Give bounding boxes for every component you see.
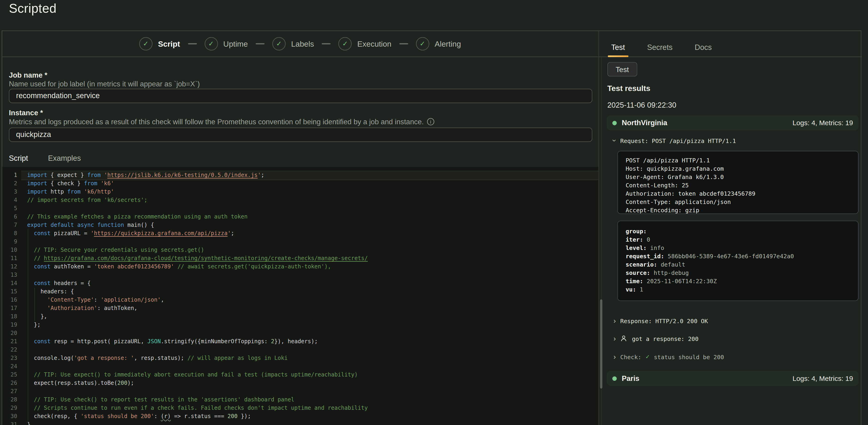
- step-done-icon: ✓: [272, 37, 286, 51]
- code-line[interactable]: 19 };: [2, 320, 598, 329]
- line-number: 14: [2, 279, 27, 287]
- code-line[interactable]: 9: [2, 237, 598, 246]
- info-icon[interactable]: i: [427, 118, 434, 125]
- step-label: Labels: [291, 39, 314, 48]
- code-line[interactable]: 23 console.log('got a response: ', resp.…: [2, 354, 598, 362]
- code-editor[interactable]: 1import { expect } from 'https://jslib.k…: [2, 167, 598, 425]
- code-line[interactable]: 16 'Content-Type': 'application/json',: [2, 295, 598, 304]
- code-line[interactable]: 12 const authToken = 'token abcdef012345…: [2, 262, 598, 270]
- log-field-line: scenario: default: [626, 261, 850, 269]
- tab-script[interactable]: Script: [5, 154, 31, 167]
- line-number: 25: [2, 370, 27, 379]
- code-line-text: // This example fetches a pizza recommen…: [27, 212, 598, 221]
- code-line-text: const authToken = 'token abcdef012345678…: [27, 262, 598, 270]
- code-line[interactable]: 30 check(resp, { 'status should be 200':…: [2, 412, 598, 420]
- line-number: 16: [2, 295, 27, 304]
- line-number: 4: [2, 196, 27, 204]
- code-line[interactable]: 8 const pizzaURL = 'https://quickpizza.g…: [2, 229, 598, 237]
- code-line[interactable]: 27: [2, 387, 598, 395]
- tab-examples[interactable]: Examples: [44, 154, 84, 167]
- tab-secrets[interactable]: Secrets: [644, 43, 676, 57]
- response-title: Response: HTTP/2.0 200 OK: [620, 317, 708, 324]
- line-number: 12: [2, 262, 27, 270]
- code-line[interactable]: 24: [2, 362, 598, 370]
- code-line[interactable]: 29 // Scripts continue to run even if a …: [2, 403, 598, 412]
- code-line[interactable]: 11 // https://grafana.com/docs/grafana-c…: [2, 254, 598, 262]
- job-name-input[interactable]: recommendation_service: [9, 89, 592, 103]
- check-label: Check:: [620, 353, 641, 360]
- code-line[interactable]: 21 const resp = http.post( pizzaURL, JSO…: [2, 337, 598, 345]
- instance-input[interactable]: quickpizza: [9, 128, 592, 142]
- check-icon: ✓: [143, 40, 149, 47]
- job-name-description: Name used for job label (in metrics it w…: [9, 80, 200, 88]
- line-number: 28: [2, 395, 27, 403]
- line-number: 21: [2, 337, 27, 345]
- console-log-row[interactable]: › got a response: 200: [613, 335, 699, 342]
- check-icon: ✓: [646, 353, 649, 360]
- page-title: Scripted: [9, 1, 56, 16]
- code-line-text: }: [27, 420, 598, 425]
- code-line[interactable]: 22: [2, 345, 598, 354]
- location-header-paris[interactable]: Paris Logs: 4, Metrics: 19: [607, 371, 859, 386]
- request-row[interactable]: › Request: POST /api/pizza HTTP/1.1: [613, 137, 736, 144]
- line-number: 2: [2, 179, 27, 187]
- test-panel-tabs: Test Secrets Docs: [599, 31, 862, 56]
- code-line-text: // TIP: Use expect() to immediately abor…: [27, 370, 598, 379]
- code-line-text: // Scripts continue to run even if a che…: [27, 403, 598, 412]
- code-line-text: import { check } from 'k6': [27, 179, 598, 187]
- response-row[interactable]: › Response: HTTP/2.0 200 OK: [613, 317, 708, 324]
- step-labels[interactable]: ✓ Labels: [272, 37, 314, 51]
- request-title: Request: POST /api/pizza HTTP/1.1: [620, 137, 736, 144]
- tab-docs[interactable]: Docs: [691, 43, 715, 57]
- code-line[interactable]: 20: [2, 329, 598, 337]
- code-line[interactable]: 31}: [2, 420, 598, 425]
- check-icon: ✓: [276, 40, 282, 47]
- code-line-text: [27, 387, 598, 395]
- step-alerting[interactable]: ✓ Alerting: [416, 37, 461, 51]
- code-line[interactable]: 15 headers: {: [2, 287, 598, 295]
- code-line-text: 'Content-Type': 'application/json',: [27, 295, 598, 304]
- test-run-button[interactable]: Test: [607, 62, 637, 76]
- location-stats: Logs: 4, Metrics: 19: [793, 374, 853, 382]
- location-header-northvirginia[interactable]: NorthVirginia Logs: 4, Metrics: 19: [607, 115, 859, 130]
- code-line[interactable]: 18 },: [2, 312, 598, 320]
- code-line-text: import http from 'k6/http': [27, 187, 598, 196]
- line-number: 22: [2, 345, 27, 354]
- code-line-text: },: [27, 312, 598, 320]
- code-line[interactable]: 17 'Authorization': authToken,: [2, 304, 598, 312]
- wizard-stepper: ✓ Script ✓ Uptime ✓ Labels ✓ Execution ✓…: [2, 31, 598, 56]
- check-row[interactable]: › Check: ✓ status should be 200: [613, 353, 724, 360]
- code-line[interactable]: 6// This example fetches a pizza recomme…: [2, 212, 598, 221]
- code-line[interactable]: 2import { check } from 'k6': [2, 179, 598, 187]
- line-number: 8: [2, 229, 27, 237]
- line-number: 13: [2, 270, 27, 279]
- log-field-line: time: 2025-11-06T14:22:30Z: [626, 277, 850, 286]
- code-line[interactable]: 13: [2, 270, 598, 279]
- step-uptime[interactable]: ✓ Uptime: [205, 37, 248, 51]
- scrollbar-thumb[interactable]: [600, 299, 602, 389]
- request-header-line: Content-Length: 25: [626, 181, 850, 190]
- chevron-right-icon: ›: [613, 335, 616, 342]
- log-field-key: level:: [626, 244, 647, 251]
- line-number: 29: [2, 403, 27, 412]
- code-line[interactable]: 1import { expect } from 'https://jslib.k…: [2, 171, 598, 179]
- code-line[interactable]: 28 // TIP: Use check() to report test re…: [2, 395, 598, 403]
- tab-test[interactable]: Test: [608, 43, 628, 57]
- code-line[interactable]: 25 // TIP: Use expect() to immediately a…: [2, 370, 598, 379]
- code-line[interactable]: 5: [2, 204, 598, 212]
- step-execution[interactable]: ✓ Execution: [338, 37, 391, 51]
- code-line[interactable]: 4// import secrets from 'k6/secrets';: [2, 196, 598, 204]
- code-line[interactable]: 26 expect(resp.status).toBe(200);: [2, 379, 598, 387]
- log-field-value: 1: [636, 286, 643, 293]
- line-number: 9: [2, 237, 27, 246]
- step-done-icon: ✓: [139, 37, 153, 51]
- code-line[interactable]: 7export default async function main() {: [2, 221, 598, 229]
- step-script[interactable]: ✓ Script: [139, 37, 180, 51]
- code-line[interactable]: 14 const headers = {: [2, 279, 598, 287]
- code-line-text: };: [27, 320, 598, 329]
- code-line[interactable]: 3import http from 'k6/http': [2, 187, 598, 196]
- line-number: 7: [2, 221, 27, 229]
- code-line-text: // import secrets from 'k6/secrets';: [27, 196, 598, 204]
- log-field-value: 0: [643, 236, 650, 243]
- code-line[interactable]: 10 // TIP: Secure your credentials using…: [2, 246, 598, 254]
